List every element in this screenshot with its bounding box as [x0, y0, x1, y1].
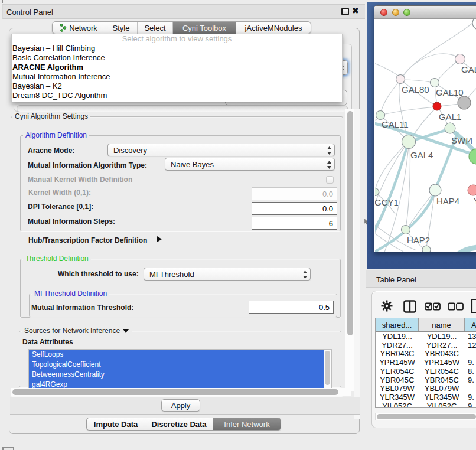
- aracne-mode-combobox[interactable]: Discovery: [107, 144, 335, 156]
- float-window-icon[interactable]: [341, 8, 349, 15]
- mi-threshold-field[interactable]: 0.5: [249, 301, 334, 314]
- table-horizontal-scrollbar[interactable]: [375, 413, 476, 420]
- manual-kernel-width-checkbox[interactable]: [326, 176, 334, 184]
- deselect-all-checks-icon[interactable]: [448, 302, 464, 311]
- tab-impute-data[interactable]: Impute Data: [87, 418, 145, 430]
- settings-vertical-scrollbar[interactable]: [345, 109, 354, 391]
- close-icon[interactable]: ✖: [352, 6, 359, 15]
- network-edge: [402, 80, 433, 83]
- data-attributes-list[interactable]: SelfLoopsTopologicalCoefficientBetweenne…: [28, 349, 332, 390]
- table-cell: YDL19...: [419, 332, 465, 341]
- network-canvas[interactable]: GALGAL80GAL10GAL1GAL11SWI4GAL4GCY1HAP4YH…: [375, 19, 476, 252]
- network-edge-thick: [457, 247, 476, 252]
- list-item[interactable]: SelfLoops: [29, 350, 331, 360]
- network-icon: [60, 24, 67, 32]
- table-row[interactable]: YER054CYER054C8.: [376, 367, 476, 376]
- network-node[interactable]: [469, 149, 476, 164]
- select-all-checks-icon[interactable]: [425, 302, 441, 311]
- column-header[interactable]: name: [419, 318, 465, 331]
- network-node-swi4[interactable]: [445, 123, 455, 133]
- table-row[interactable]: YLR345WYLR345W9.: [376, 393, 476, 402]
- network-node[interactable]: [472, 19, 476, 30]
- sources-expander[interactable]: Sources for Network Inference: [22, 327, 132, 335]
- dpi-tolerance-label: DPI Tolerance [0,1]:: [28, 203, 93, 211]
- scrollbar-thumb[interactable]: [12, 389, 338, 395]
- tab-cyni-toolbox[interactable]: Cyni Toolbox: [173, 22, 236, 34]
- kernel-width-field[interactable]: 0.0: [252, 187, 337, 200]
- which-threshold-combobox[interactable]: MI Threshold: [144, 268, 311, 281]
- table-row[interactable]: YDR27...YDR27...12: [376, 341, 476, 350]
- table-row[interactable]: YBL079WYBL079W: [376, 384, 476, 393]
- scrollbar-thumb[interactable]: [347, 111, 353, 335]
- network-desktop: GALGAL80GAL10GAL1GAL11SWI4GAL4GCY1HAP4YH…: [367, 2, 476, 269]
- settings-horizontal-scrollbar[interactable]: [11, 388, 351, 396]
- table-row[interactable]: YBR045CYBR045C9.: [376, 376, 476, 384]
- traffic-light-zoom-icon[interactable]: [403, 9, 410, 16]
- table-cell: YBR043C: [419, 350, 465, 358]
- mi-steps-field[interactable]: 6: [252, 217, 337, 230]
- document-icon[interactable]: [471, 298, 476, 314]
- network-window-titlebar[interactable]: [374, 6, 476, 19]
- panel-corner-button[interactable]: [2, 447, 14, 450]
- node-table[interactable]: shared...nameA YDL19...YDL19...13YDR27..…: [375, 318, 476, 408]
- table-cell: YDL19...: [376, 332, 419, 341]
- table-row[interactable]: YIL052CYIL052C9.: [376, 402, 476, 408]
- table-header-row: shared...nameA: [376, 318, 476, 332]
- algorithm-option[interactable]: Basic Correlation Inference: [12, 53, 342, 63]
- mi-algorithm-type-value: Naive Bayes: [171, 160, 214, 169]
- application-window: Control Panel ✖ Cyni Algorithm Settings …: [0, 0, 476, 450]
- dpi-tolerance-field[interactable]: 0.0: [252, 202, 337, 215]
- scrollbar-thumb[interactable]: [377, 414, 476, 419]
- list-vertical-scrollbar[interactable]: [324, 350, 331, 389]
- network-node-gal80[interactable]: [396, 75, 405, 84]
- network-node-gal1[interactable]: [433, 102, 441, 110]
- network-node-hap4[interactable]: [429, 184, 441, 196]
- tab-label: jActiveMNodules: [245, 24, 302, 32]
- network-node-gal10[interactable]: [431, 79, 439, 87]
- hub-transcription-factor-expander[interactable]: Hub/Transcription Factor Definition: [28, 236, 162, 244]
- algorithm-option[interactable]: Bayesian – Hill Climbing: [12, 44, 342, 53]
- network-node-gal4[interactable]: [402, 135, 416, 149]
- list-item[interactable]: TopologicalCoefficient: [29, 360, 331, 370]
- tab-label: Network: [69, 24, 97, 32]
- algorithm-option[interactable]: Bayesian – K2: [12, 81, 342, 91]
- apply-button[interactable]: Apply: [161, 399, 200, 412]
- expander-collapsed-icon: [157, 236, 162, 243]
- table-cell: 12: [465, 341, 476, 350]
- input-data-bottom-bar: [17, 105, 348, 112]
- network-node-gal11[interactable]: [376, 111, 385, 120]
- network-node-hap2[interactable]: [402, 226, 410, 234]
- tab-infer-network[interactable]: Infer Network: [213, 418, 281, 430]
- network-node-gal[interactable]: [455, 54, 465, 64]
- network-node[interactable]: [458, 96, 471, 109]
- tab-style[interactable]: Style: [105, 22, 138, 34]
- network-node[interactable]: [422, 246, 431, 252]
- algorithm-option[interactable]: ARACNE Algorithm: [12, 63, 342, 72]
- table-row[interactable]: YBR043CYBR043C: [376, 350, 476, 358]
- table-row[interactable]: YPR145WYPR145W9.: [376, 358, 476, 367]
- table-cell: 9.: [465, 376, 476, 384]
- mi-algorithm-type-combobox[interactable]: Naive Bayes: [165, 158, 335, 171]
- traffic-light-minimize-icon[interactable]: [392, 9, 399, 16]
- tab-jactivemnodules[interactable]: jActiveMNodules: [236, 22, 311, 34]
- node-label: Y: [474, 196, 476, 206]
- settings-gear-icon[interactable]: [381, 300, 393, 312]
- tab-discretize-data[interactable]: Discretize Data: [145, 418, 213, 430]
- algorithm-definition-title: Algorithm Definition: [23, 131, 89, 139]
- table-row[interactable]: YDL19...YDL19...13: [376, 332, 476, 341]
- column-header[interactable]: shared...: [376, 318, 419, 331]
- network-graph: GALGAL80GAL10GAL1GAL11SWI4GAL4GCY1HAP4YH…: [375, 19, 476, 252]
- column-header[interactable]: A: [465, 318, 476, 331]
- split-columns-icon[interactable]: [403, 300, 416, 313]
- traffic-light-close-icon[interactable]: [380, 9, 387, 16]
- scrollbar-thumb[interactable]: [325, 351, 330, 385]
- node-label: HAP4: [436, 196, 459, 206]
- node-label: HAP2: [407, 235, 430, 245]
- algorithm-option[interactable]: Dream8 DC_TDC Algorithm: [12, 91, 342, 100]
- table-cell: YBR045C: [419, 376, 465, 384]
- network-node-y[interactable]: [468, 185, 476, 195]
- algorithm-option[interactable]: Mutual Information Inference: [12, 72, 342, 81]
- tab-select[interactable]: Select: [138, 22, 173, 34]
- tab-network[interactable]: Network: [53, 22, 105, 34]
- list-item[interactable]: BetweennessCentrality: [29, 370, 331, 380]
